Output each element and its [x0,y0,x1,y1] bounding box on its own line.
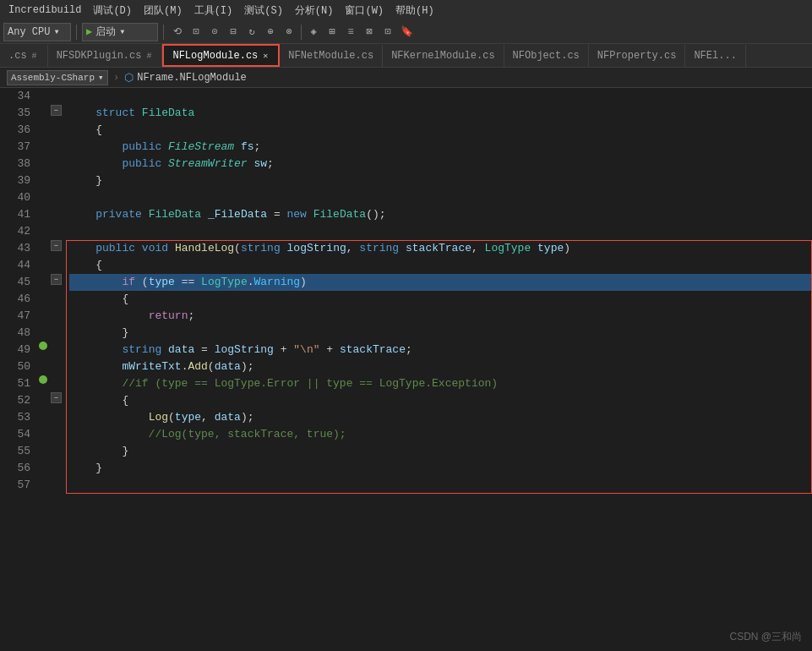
tab-nfnetmodule[interactable]: NFNetModule.cs [280,45,383,67]
code-area: 34 35 36 37 38 39 40 41 42 43 44 45 46 4… [0,88,812,651]
tab-nfobject-label: NFObject.cs [513,50,580,62]
start-label: 启动 [95,25,116,39]
menu-analyze[interactable]: 分析(N) [290,2,339,19]
toolbar-icon-9[interactable]: ⊞ [324,24,341,41]
code-line-52: { [69,392,812,409]
tab-nfsdkplugin-pin[interactable]: # [144,52,153,61]
assembly-label: Assembly-CSharp [11,73,95,83]
menu-debug[interactable]: 调试(D) [88,2,137,19]
code-line-44: { [69,257,812,274]
code-line-36: { [69,122,812,139]
code-line-56: } [69,460,812,477]
tab-nfproperty[interactable]: NFProperty.cs [589,45,686,67]
code-line-46: { [69,291,812,308]
play-icon: ▶ [86,25,92,38]
code-line-34 [69,88,812,105]
tab-nfel-label: NFEl... [694,50,736,62]
tab-nfsdkplugin[interactable]: NFSDKPlugin.cs # [48,45,163,67]
chevron-down-icon: ▾ [53,25,59,38]
code-line-53: Log(type, data); [69,409,812,426]
toolbar-icon-4[interactable]: ⊟ [225,24,242,41]
collapse-if[interactable]: − [51,274,62,285]
tab-nfel[interactable]: NFEl... [685,45,745,67]
toolbar-icon-2[interactable]: ⊡ [188,24,204,41]
code-line-39: } [69,172,812,189]
code-line-55: } [69,443,812,460]
code-line-37: public FileStream fs; [69,139,812,156]
collapse-struct[interactable]: − [51,105,62,116]
tab-cs-label: .cs [8,50,27,62]
code-line-49: string data = logString + "\n" + stackTr… [69,342,812,358]
code-line-50: mWriteTxt.Add(data); [69,358,812,375]
menu-bar: Incredibuild 调试(D) 团队(M) 工具(I) 测试(S) 分析(… [0,0,812,20]
cpu-dropdown[interactable]: Any CPU ▾ [3,23,71,41]
menu-tools[interactable]: 工具(I) [189,2,238,19]
assembly-dropdown[interactable]: Assembly-CSharp ▾ [7,70,108,85]
tab-nfkernelmodule[interactable]: NFKernelModule.cs [383,45,504,67]
tab-nflogmodule[interactable]: NFLogModule.cs ✕ [162,44,280,67]
collapse-handlelog[interactable]: − [51,240,62,251]
toolbar-icon-11[interactable]: ⊠ [361,24,378,41]
menu-help[interactable]: 帮助(H) [390,2,439,19]
gutter [37,88,49,651]
toolbar-icon-10[interactable]: ≡ [342,24,359,41]
tab-nfproperty-label: NFProperty.cs [597,50,677,62]
toolbar-action-icons: ⟲ ⊡ ⊙ ⊟ ↻ ⊕ ⊗ ◈ ⊞ ≡ ⊠ ⊡ 🔖 [169,24,415,41]
toolbar-separator-2 [301,25,302,40]
tab-nfsdkplugin-label: NFSDKPlugin.cs [57,50,142,62]
start-button[interactable]: ▶ 启动 ▾ [82,23,158,41]
assembly-chevron: ▾ [98,72,104,83]
toolbar-icon-5[interactable]: ↻ [243,24,260,41]
code-line-38: public StreamWriter sw; [69,156,812,172]
code-line-48: } [69,325,812,342]
tab-nfobject[interactable]: NFObject.cs [504,45,589,67]
tab-nfkernelmodule-label: NFKernelModule.cs [391,50,494,62]
toolbar-icon-8[interactable]: ◈ [305,24,322,41]
code-line-45: if (type == LogType.Warning) [69,274,812,291]
code-line-42 [69,223,812,240]
location-bar: Assembly-CSharp ▾ › ⬡ NFrame.NFLogModule [0,68,812,88]
menu-incredibuild[interactable]: Incredibuild [3,3,86,18]
menu-window[interactable]: 窗口(W) [340,2,389,19]
line-numbers: 34 35 36 37 38 39 40 41 42 43 44 45 46 4… [0,88,37,651]
code-line-41: private FileData _FileData = new FileDat… [69,206,812,223]
cpu-label: Any CPU [8,26,50,38]
collapse-block[interactable]: − [51,392,62,403]
tab-cs[interactable]: .cs # [0,45,48,67]
namespace-icon: ⬡ [124,71,134,85]
code-line-54: //Log(type, stackTrace, true); [69,426,812,443]
toolbar-icon-12[interactable]: ⊡ [379,24,396,41]
menu-test[interactable]: 测试(S) [239,2,288,19]
toolbar-icon-7[interactable]: ⊗ [281,24,297,41]
code-line-57 [69,477,812,494]
tab-nfnetmodule-label: NFNetModule.cs [288,50,373,62]
code-content: struct FileData { public FileStream fs; … [66,88,812,651]
toolbar-icon-13[interactable]: 🔖 [398,24,415,41]
watermark: CSDN @三和尚 [729,630,802,644]
toolbar-icon-6[interactable]: ⊕ [262,24,279,41]
collapse-gutter: − − − − [49,88,66,651]
code-line-47: return; [69,308,812,325]
code-line-43: public void HandleLog(string logString, … [69,240,812,257]
location-path: NFrame.NFLogModule [137,72,247,84]
toolbar-icon-1[interactable]: ⟲ [169,24,186,41]
start-dropdown-icon: ▾ [119,25,125,38]
menu-team[interactable]: 团队(M) [139,2,188,19]
tab-nflogmodule-close[interactable]: ✕ [261,51,270,61]
code-line-35: struct FileData [69,105,812,122]
location-separator: › [113,72,119,84]
code-line-51: //if (type == LogType.Error || type == L… [69,375,812,392]
toolbar: Any CPU ▾ ▶ 启动 ▾ ⟲ ⊡ ⊙ ⊟ ↻ ⊕ ⊗ ◈ ⊞ ≡ ⊠ ⊡… [0,20,812,44]
tab-cs-pin[interactable]: # [30,52,39,61]
tabs-bar: .cs # NFSDKPlugin.cs # NFLogModule.cs ✕ … [0,44,812,68]
tab-nflogmodule-label: NFLogModule.cs [172,50,258,62]
code-line-40 [69,189,812,206]
toolbar-icon-3[interactable]: ⊙ [206,24,223,41]
